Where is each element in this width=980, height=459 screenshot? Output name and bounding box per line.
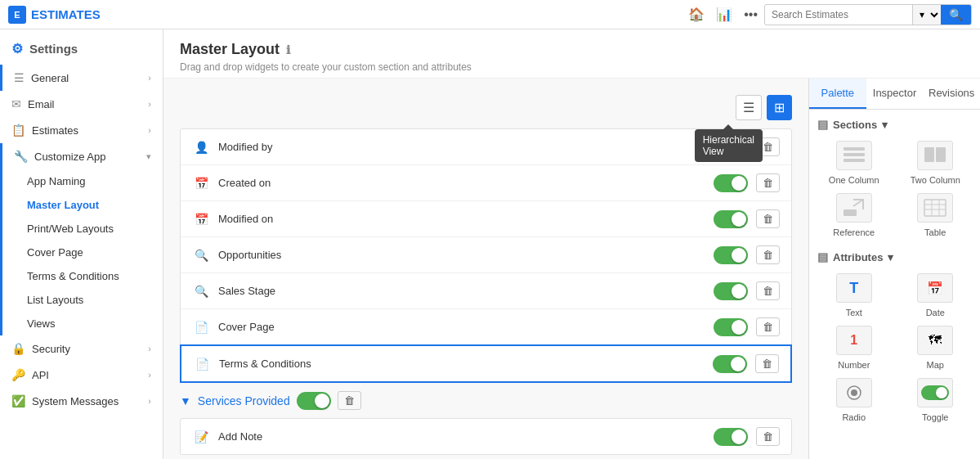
- toggle-terms-conditions[interactable]: [713, 355, 747, 373]
- sidebar-item-security[interactable]: 🔒 Security ›: [0, 335, 163, 362]
- canvas-area[interactable]: ☰ ⊞ HierarchicalView 👤 Modified by 🗑 📅 C…: [163, 79, 808, 459]
- general-icon: ☰: [14, 71, 25, 84]
- palette-radio[interactable]: Radio: [817, 378, 891, 422]
- sidebar-item-system-messages[interactable]: ✅ System Messages ›: [0, 388, 163, 414]
- sidebar-subitem-views[interactable]: Views: [2, 312, 163, 335]
- palette-one-column[interactable]: One Column: [817, 141, 891, 185]
- toggle-created-on[interactable]: [714, 174, 748, 192]
- sidebar-item-email[interactable]: ✉ Email ›: [0, 91, 163, 117]
- palette-toggle[interactable]: Toggle: [899, 378, 973, 422]
- widget-label-created-on: Created on: [218, 177, 705, 189]
- customize-icon: 🔧: [14, 150, 28, 163]
- widget-label-modified-on: Modified on: [218, 213, 705, 225]
- delete-modified-on[interactable]: 🗑: [756, 209, 780, 228]
- toggle-add-note[interactable]: [714, 428, 748, 446]
- sidebar-label-api: API: [32, 369, 49, 381]
- search-button[interactable]: 🔍: [941, 5, 971, 25]
- attributes-palette-grid: T Text 📅 Date 1 Number: [817, 273, 972, 422]
- section-toggle-services-provided[interactable]: [297, 392, 331, 410]
- sidebar-subitem-print-web-layouts[interactable]: Print/Web Layouts: [2, 217, 163, 241]
- search-input[interactable]: [765, 9, 912, 20]
- widget-row-opportunities: 🔍 Opportunities 🗑: [181, 237, 791, 273]
- section-collapse-icon: ▼: [180, 394, 191, 407]
- palette-date[interactable]: 📅 Date: [899, 273, 973, 317]
- sidebar-subitem-list-layouts[interactable]: List Layouts: [2, 288, 163, 312]
- svg-line-6: [853, 200, 863, 206]
- sidebar-item-customize-app[interactable]: 🔧 Customize App ▾: [2, 143, 163, 169]
- palette-map[interactable]: 🗺 Map: [899, 326, 973, 370]
- sidebar: ⚙ Settings ☰ General › ✉ Email › 📋 Estim…: [0, 29, 163, 459]
- widget-row-terms-conditions: 📄 Terms & Conditions 🗑: [180, 344, 792, 383]
- sidebar-subitem-terms-conditions[interactable]: Terms & Conditions: [2, 264, 163, 288]
- delete-sales-stage[interactable]: 🗑: [756, 281, 780, 300]
- delete-add-note[interactable]: 🗑: [756, 427, 780, 446]
- widget-row-add-note: 📝 Add Note 🗑: [181, 419, 791, 454]
- svg-rect-5: [844, 209, 857, 216]
- delete-opportunities[interactable]: 🗑: [756, 245, 780, 264]
- attributes-header[interactable]: ▤ Attributes ▾: [817, 250, 972, 263]
- sidebar-subitem-master-layout[interactable]: Master Layout: [2, 193, 163, 217]
- more-button[interactable]: •••: [744, 7, 758, 22]
- sidebar-subitem-cover-page[interactable]: Cover Page: [2, 241, 163, 264]
- sidebar-item-general[interactable]: ☰ General ›: [0, 65, 163, 91]
- sections-icon: ▤: [817, 118, 828, 131]
- widget-label-sales-stage: Sales Stage: [218, 285, 705, 297]
- table-label: Table: [924, 227, 946, 237]
- security-icon: 🔒: [11, 342, 25, 355]
- delete-terms-conditions[interactable]: 🗑: [755, 354, 779, 373]
- tab-revisions[interactable]: Revisions: [923, 79, 980, 109]
- attributes-icon: ▤: [817, 250, 828, 263]
- svg-rect-7: [924, 200, 946, 216]
- sidebar-subitem-app-naming[interactable]: App Naming: [2, 169, 163, 193]
- list-view-btn[interactable]: ☰: [736, 95, 762, 120]
- date-attr-icon: 📅: [917, 273, 953, 303]
- section-delete-services-provided[interactable]: 🗑: [338, 391, 361, 410]
- logo-icon: E: [8, 6, 26, 24]
- settings-header: ⚙ Settings: [0, 29, 163, 65]
- topbar: E ESTIMATES 🏠 📊 ••• ▾ 🔍: [0, 0, 980, 29]
- hierarchical-view-btn[interactable]: ⊞: [767, 95, 792, 120]
- widget-list: 👤 Modified by 🗑 📅 Created on 🗑 📅 Modifi: [180, 128, 792, 383]
- toggle-cover-page[interactable]: [714, 318, 748, 336]
- widget-label-cover-page: Cover Page: [218, 321, 705, 333]
- palette-table[interactable]: Table: [899, 193, 973, 237]
- sidebar-item-api[interactable]: 🔑 API ›: [0, 362, 163, 388]
- palette-reference[interactable]: Reference: [817, 193, 891, 237]
- toggle-opportunities[interactable]: [714, 246, 748, 264]
- palette-text[interactable]: T Text: [817, 273, 891, 317]
- main-header: Master Layout ℹ Drag and drop widgets to…: [163, 29, 980, 79]
- delete-cover-page[interactable]: 🗑: [756, 317, 780, 336]
- widget-row-sales-stage: 🔍 Sales Stage 🗑: [181, 273, 791, 309]
- sections-header[interactable]: ▤ Sections ▾: [817, 118, 972, 131]
- home-button[interactable]: 🏠: [688, 7, 705, 22]
- palette-number[interactable]: 1 Number: [817, 326, 891, 370]
- toggle-modified-on[interactable]: [714, 210, 748, 228]
- master-layout-label: Master Layout: [27, 199, 99, 211]
- settings-label: Settings: [29, 42, 78, 56]
- section-header-services-provided[interactable]: ▼ Services Provided 🗑: [180, 383, 792, 418]
- tab-palette[interactable]: Palette: [809, 79, 866, 109]
- tab-inspector[interactable]: Inspector: [866, 79, 924, 109]
- sales-stage-icon: 🔍: [192, 282, 210, 300]
- sidebar-label-customize: Customize App: [34, 151, 105, 163]
- toggle-sales-stage[interactable]: [714, 282, 748, 300]
- app-naming-label: App Naming: [27, 175, 86, 187]
- chart-button[interactable]: 📊: [716, 7, 732, 22]
- estimates-icon: 📋: [11, 124, 25, 137]
- system-messages-icon: ✅: [11, 394, 25, 407]
- sidebar-item-estimates[interactable]: 📋 Estimates ›: [0, 117, 163, 143]
- attributes-label: Attributes: [833, 251, 883, 263]
- two-column-icon: [917, 141, 953, 170]
- radio-label: Radio: [842, 412, 866, 422]
- delete-created-on[interactable]: 🗑: [756, 173, 780, 192]
- palette-two-column[interactable]: Two Column: [899, 141, 973, 185]
- list-layouts-label: List Layouts: [27, 294, 83, 306]
- svg-rect-4: [936, 147, 946, 162]
- views-label: Views: [27, 317, 55, 330]
- search-dropdown[interactable]: ▾: [912, 5, 941, 25]
- reference-label: Reference: [833, 227, 875, 237]
- toggle-attr-label: Toggle: [922, 412, 948, 422]
- api-icon: 🔑: [11, 368, 25, 381]
- main-layout: ⚙ Settings ☰ General › ✉ Email › 📋 Estim…: [0, 29, 980, 459]
- api-chevron: ›: [148, 370, 151, 380]
